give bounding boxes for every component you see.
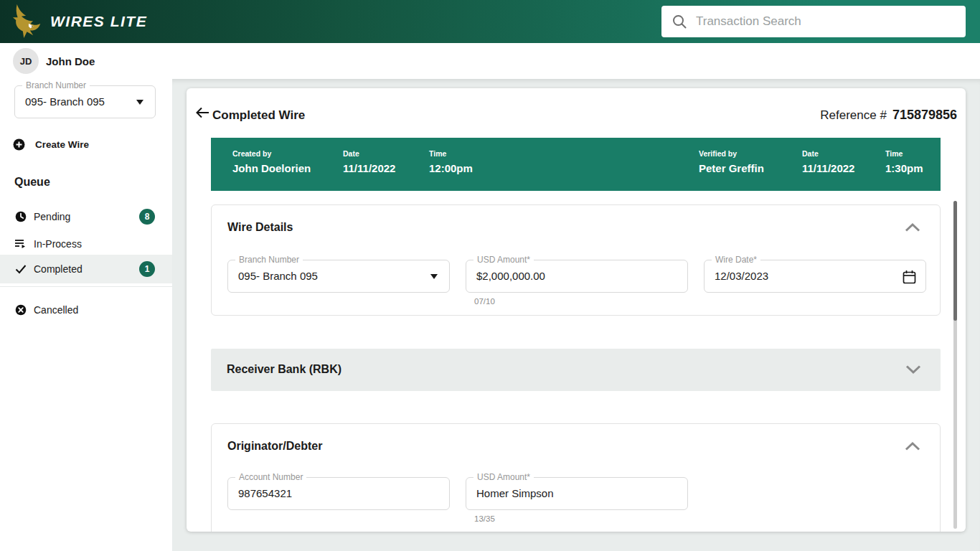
branch-number-select[interactable]: Branch Number 095- Branch 095 [14,85,156,118]
top-header: WIRES LITE [0,0,980,43]
verified-time-label: Time [885,149,923,158]
card-header: Completed Wire Reference #715879856 [187,88,966,131]
wire-date-field[interactable]: Wire Date* 12/03/2023 [704,260,926,293]
verified-by-name: Peter Greffin [699,162,764,174]
plus-circle-icon [13,138,25,151]
pending-count-badge: 8 [139,209,155,225]
avatar: JD [13,48,39,74]
chevron-down-icon [430,274,438,279]
queue-item-label: Cancelled [34,304,78,316]
originator-section: Originator/Debter Account Number 9876543… [211,423,941,532]
created-date-block: Date 11/11/2022 [343,149,395,174]
playlist-icon [14,238,27,250]
account-number-field[interactable]: Account Number 987654321 [227,477,450,510]
verified-by-block: Verified by Peter Greffin [699,149,764,174]
created-time-value: 12:00pm [429,162,473,174]
created-time-block: Time 12:00pm [429,149,473,174]
reference-value: 715879856 [892,108,957,122]
completed-count-badge: 1 [139,261,155,277]
verified-time-value: 1:30pm [885,162,923,174]
main-content-area: Completed Wire Reference #715879856 Crea… [172,79,980,551]
app-logo[interactable]: WIRES LITE [11,3,147,40]
verified-date-value: 11/11/2022 [802,162,854,174]
branch-field-value: 095- Branch 095 [238,260,318,292]
created-date-label: Date [343,149,395,158]
sidebar-item-cancelled[interactable]: Cancelled [0,296,172,324]
sidebar-divider [0,286,172,287]
sidebar: JD John Doe Branch Number 095- Branch 09… [0,43,172,551]
receiver-bank-title: Receiver Bank (RBK) [227,363,341,376]
app-window: WIRES LITE JD John Doe Branch Number 095… [0,0,980,551]
branch-select-value: 095- Branch 095 [25,86,105,118]
verified-time-block: Time 1:30pm [885,149,923,174]
search-input[interactable] [696,14,956,29]
back-arrow-icon[interactable] [195,107,209,121]
verified-date-block: Date 11/11/2022 [802,149,854,174]
user-name: John Doe [46,55,95,67]
created-date-value: 11/11/2022 [343,162,395,174]
scrollbar-thumb[interactable] [953,201,957,321]
app-name: WIRES LITE [50,13,147,30]
created-by-block: Created by John Doelorien [232,149,311,174]
account-number-value: 987654321 [238,478,292,509]
verified-date-label: Date [802,149,854,158]
audit-banner: Created by John Doelorien Date 11/11/202… [211,138,941,191]
originator-title: Originator/Debter [227,440,322,453]
verified-by-label: Verified by [699,149,764,158]
sidebar-item-completed[interactable]: Completed 1 [0,255,172,283]
sidebar-item-pending[interactable]: Pending 8 [0,202,172,231]
usd-amount-counter: 07/10 [474,297,495,306]
receiver-bank-section[interactable]: Receiver Bank (RBK) [211,349,941,391]
queue-heading: Queue [14,176,50,189]
collapse-chevron-up-icon[interactable] [904,222,921,235]
wire-details-title: Wire Details [227,221,293,234]
reference-number: Reference #715879856 [820,108,957,123]
clock-icon [14,211,27,222]
created-by-label: Created by [232,149,311,158]
usd-amount-value: $2,000,000.00 [476,260,545,292]
created-by-name: John Doelorien [232,162,311,174]
wire-date-value: 12/03/2023 [715,260,768,292]
cancel-icon [14,304,27,316]
completed-wire-card: Completed Wire Reference #715879856 Crea… [187,88,966,532]
expand-chevron-down-icon[interactable] [905,364,922,377]
eagle-logo-icon [11,3,44,40]
queue-item-label: Completed [34,263,83,275]
usd-amount-field[interactable]: USD Amount* $2,000,000.00 [466,260,688,293]
chevron-down-icon [136,100,143,105]
originator-usd-amount-field[interactable]: USD Amount* Homer Simpson [466,477,688,510]
reference-label: Reference # [820,108,887,122]
branch-number-field[interactable]: Branch Number 095- Branch 095 [227,260,450,293]
collapse-chevron-up-icon[interactable] [904,441,921,454]
created-time-label: Time [429,149,473,158]
page-title: Completed Wire [212,108,305,123]
sidebar-item-in-process[interactable]: In-Process [0,230,172,258]
create-wire-label: Create Wire [35,139,89,150]
wire-details-section: Wire Details Branch Number 095- Branch 0… [211,204,941,316]
user-profile[interactable]: JD John Doe [13,48,95,74]
queue-item-label: In-Process [34,238,82,250]
calendar-icon[interactable] [903,270,916,287]
search-icon [672,14,687,29]
scrollbar-track[interactable] [953,201,957,529]
originator-usd-counter: 13/35 [474,514,495,523]
create-wire-button[interactable]: Create Wire [13,138,89,151]
queue-item-label: Pending [34,211,70,222]
originator-usd-amount-value: Homer Simpson [476,478,554,509]
check-icon [14,264,27,274]
transaction-search[interactable] [661,6,966,37]
